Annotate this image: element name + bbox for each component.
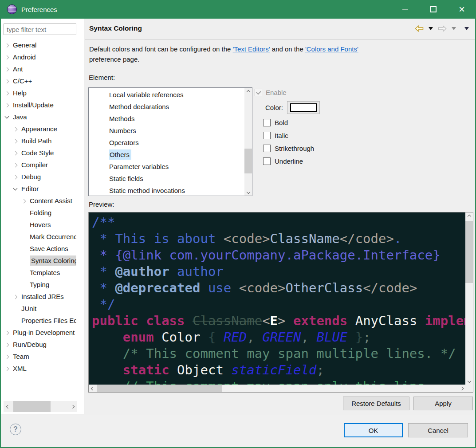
scroll-left-icon[interactable] bbox=[4, 401, 12, 412]
sidebar-item-java[interactable]: Java bbox=[1, 111, 76, 123]
help-button[interactable]: ? bbox=[10, 424, 21, 435]
code-token-plain bbox=[347, 330, 355, 345]
preview-vertical-scrollbar[interactable] bbox=[465, 212, 473, 385]
back-arrow-icon[interactable] bbox=[415, 25, 424, 32]
sidebar-item-debug[interactable]: Debug bbox=[1, 171, 76, 183]
scroll-up-icon[interactable] bbox=[465, 212, 473, 220]
scroll-down-icon[interactable] bbox=[465, 377, 473, 385]
element-list-scrollbar[interactable] bbox=[244, 88, 252, 196]
forward-history-dropdown-icon[interactable] bbox=[452, 27, 456, 30]
scroll-right-icon[interactable] bbox=[68, 401, 77, 412]
sidebar-item-typing[interactable]: Typing bbox=[1, 279, 76, 291]
text-editors-link[interactable]: 'Text Editors' bbox=[233, 45, 270, 53]
minimize-button[interactable] bbox=[391, 0, 419, 19]
ok-button[interactable]: OK bbox=[344, 423, 403, 437]
sidebar-item-editor[interactable]: Editor bbox=[1, 183, 76, 195]
sidebar-item-help[interactable]: Help bbox=[1, 87, 76, 99]
italic-checkbox[interactable] bbox=[263, 132, 271, 139]
sidebar-item-c-c[interactable]: C/C++ bbox=[1, 75, 76, 87]
element-item-static-fields[interactable]: Static fields bbox=[89, 173, 244, 185]
restore-defaults-button[interactable]: Restore Defaults bbox=[343, 397, 409, 410]
chevron-right-icon[interactable] bbox=[5, 55, 9, 59]
scroll-up-icon[interactable] bbox=[244, 88, 252, 95]
apply-button[interactable]: Apply bbox=[413, 397, 473, 410]
sidebar-item-appearance[interactable]: Appearance bbox=[1, 123, 76, 135]
chevron-right-icon[interactable] bbox=[5, 67, 9, 71]
preview-vscrollbar-thumb[interactable] bbox=[465, 221, 473, 283]
chevron-down-icon[interactable] bbox=[5, 114, 9, 119]
sidebar-item-general[interactable]: General bbox=[1, 39, 76, 51]
chevron-right-icon[interactable] bbox=[5, 366, 9, 371]
code-token-code_tag: </code> bbox=[340, 231, 394, 246]
scroll-down-icon[interactable] bbox=[244, 188, 252, 196]
element-list-scrollbar-thumb[interactable] bbox=[244, 149, 252, 173]
sidebar-item-code-style[interactable]: Code Style bbox=[1, 147, 76, 159]
underline-checkbox[interactable] bbox=[263, 157, 271, 165]
element-item-static-method-invocations[interactable]: Static method invocations bbox=[89, 185, 244, 196]
bold-checkbox[interactable] bbox=[263, 119, 271, 126]
cancel-button[interactable]: Cancel bbox=[408, 423, 468, 437]
element-item-method-declarations[interactable]: Method declarations bbox=[89, 101, 244, 113]
sidebar-item-save-actions[interactable]: Save Actions bbox=[1, 243, 76, 255]
chevron-right-icon[interactable] bbox=[13, 295, 18, 299]
chevron-right-icon[interactable] bbox=[5, 43, 9, 47]
sidebar-item-syntax-coloring[interactable]: Syntax Coloring bbox=[1, 255, 76, 267]
sidebar-scrollbar-thumb[interactable] bbox=[13, 401, 51, 412]
maximize-button[interactable] bbox=[419, 0, 448, 19]
code-token-plain bbox=[92, 330, 123, 345]
chevron-right-icon[interactable] bbox=[5, 342, 9, 347]
chevron-right-icon[interactable] bbox=[13, 175, 18, 179]
element-item-local-variable-references[interactable]: Local variable references bbox=[89, 89, 244, 101]
sidebar-item-installed-jres[interactable]: Installed JREs bbox=[1, 291, 76, 303]
sidebar-item-plug-in-development[interactable]: Plug-in Development bbox=[1, 326, 76, 338]
sidebar-item-team[interactable]: Team bbox=[1, 350, 76, 362]
close-button[interactable]: × bbox=[448, 0, 476, 19]
element-item-others[interactable]: Others bbox=[89, 149, 244, 161]
chevron-right-icon[interactable] bbox=[5, 79, 9, 83]
chevron-right-icon[interactable] bbox=[5, 330, 9, 335]
sidebar-item-content-assist[interactable]: Content Assist bbox=[1, 195, 76, 207]
scroll-left-icon[interactable] bbox=[89, 385, 96, 392]
chevron-right-icon[interactable] bbox=[13, 127, 18, 131]
color-picker-button[interactable] bbox=[287, 101, 320, 114]
strikethrough-checkbox[interactable] bbox=[263, 145, 271, 152]
filter-input[interactable] bbox=[4, 24, 76, 35]
sidebar-item-templates[interactable]: Templates bbox=[1, 267, 76, 279]
element-item-methods[interactable]: Methods bbox=[89, 113, 244, 125]
element-item-numbers[interactable]: Numbers bbox=[89, 125, 244, 137]
element-item-parameter-variables[interactable]: Parameter variables bbox=[89, 161, 244, 173]
sidebar-item-install-update[interactable]: Install/Update bbox=[1, 99, 76, 111]
forward-arrow-icon[interactable] bbox=[438, 25, 447, 32]
view-menu-icon[interactable] bbox=[464, 27, 469, 30]
element-item-operators[interactable]: Operators bbox=[89, 137, 244, 149]
window-controls: × bbox=[391, 0, 476, 19]
sidebar-item-compiler[interactable]: Compiler bbox=[1, 159, 76, 171]
chevron-down-icon[interactable] bbox=[13, 186, 18, 191]
sidebar-item-run-debug[interactable]: Run/Debug bbox=[1, 338, 76, 350]
sidebar-item-mark-occurrences[interactable]: Mark Occurrences bbox=[1, 231, 76, 243]
sidebar-horizontal-scrollbar[interactable] bbox=[4, 401, 77, 412]
sidebar-item-ant[interactable]: Ant bbox=[1, 63, 76, 75]
sidebar-item-build-path[interactable]: Build Path bbox=[1, 135, 76, 147]
sidebar-item-junit[interactable]: JUnit bbox=[1, 303, 76, 314]
color-label: Color: bbox=[265, 104, 283, 111]
preview-horizontal-scrollbar[interactable] bbox=[89, 385, 465, 392]
bold-checkbox-row: Bold bbox=[263, 118, 314, 127]
colors-and-fonts-link[interactable]: 'Colors and Fonts' bbox=[305, 45, 358, 53]
chevron-right-icon[interactable] bbox=[13, 139, 18, 143]
chevron-right-icon[interactable] bbox=[5, 103, 9, 107]
sidebar-item-folding[interactable]: Folding bbox=[1, 207, 76, 219]
chevron-right-icon[interactable] bbox=[13, 163, 18, 167]
chevron-right-icon[interactable] bbox=[22, 199, 26, 203]
chevron-right-icon[interactable] bbox=[5, 91, 9, 95]
chevron-right-icon[interactable] bbox=[13, 151, 18, 155]
tree-item-label: Code Style bbox=[21, 149, 54, 157]
preview-hscrollbar-thumb[interactable] bbox=[97, 385, 222, 392]
sidebar-item-xml[interactable]: XML bbox=[1, 362, 76, 374]
chevron-right-icon[interactable] bbox=[5, 354, 9, 359]
sidebar-item-properties-files-editor[interactable]: Properties Files Editor bbox=[1, 314, 76, 326]
sidebar-item-android[interactable]: Android bbox=[1, 51, 76, 63]
sidebar-item-hovers[interactable]: Hovers bbox=[1, 219, 76, 231]
scroll-right-icon[interactable] bbox=[458, 385, 465, 392]
back-history-dropdown-icon[interactable] bbox=[429, 27, 433, 30]
